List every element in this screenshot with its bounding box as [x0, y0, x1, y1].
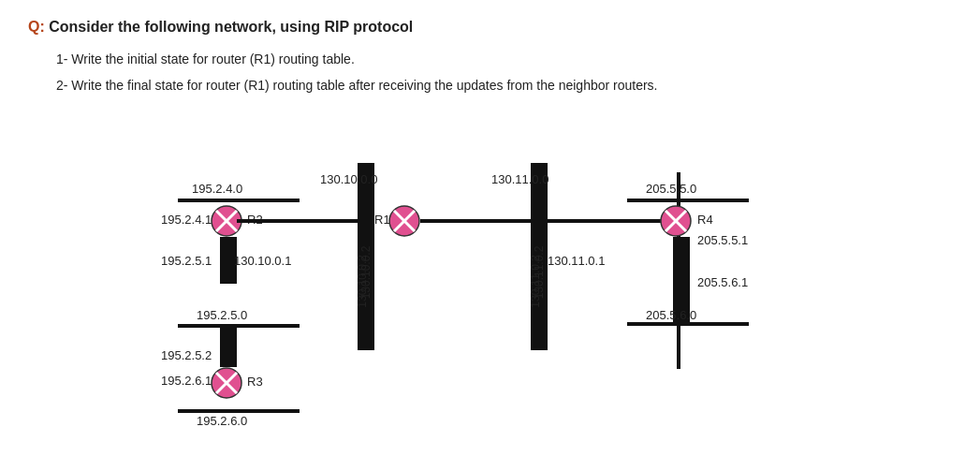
label-r3: R3 [247, 375, 263, 389]
label-195-2-4-1: 195.2.4.1 [161, 213, 212, 227]
label-130-10-0-0: 130.10.0.0 [320, 172, 377, 186]
label-195-2-4-0: 195.2.4.0 [192, 182, 242, 196]
label-130-10-0-1: 130.10.0.1 [234, 254, 291, 268]
instruction-1: 1- Write the initial state for router (R… [56, 49, 952, 71]
instructions: 1- Write the initial state for router (R… [56, 49, 952, 97]
label-205-5-6-0: 205.5.6.0 [646, 308, 696, 322]
instruction-2: 2- Write the final state for router (R1)… [56, 75, 952, 97]
q-label: Q: [28, 19, 45, 35]
router-r3 [211, 367, 242, 402]
label-130-11-0-1: 130.11.0.1 [548, 254, 605, 268]
label-195-2-6-1: 195.2.6.1 [161, 374, 212, 388]
label-r1: R1 [374, 213, 390, 227]
vert-r3-up [220, 328, 237, 367]
net-195-2-4-0-line [178, 199, 300, 202]
network-diagram: 195.2.4.0 R2 195.2.4.1 130.10.0.1 195.2.… [103, 116, 833, 416]
net-195-2-6-0-line [178, 409, 300, 413]
label-195-2-5-1: 195.2.5.1 [161, 254, 212, 268]
label-130-10-0-2-display: 130.10.0.2 [356, 255, 369, 311]
question-text: Consider the following network, using RI… [45, 19, 414, 35]
label-195-2-6-0: 195.2.6.0 [197, 414, 247, 428]
router-r4 [660, 205, 692, 240]
label-130-11-0-0: 130.11.0.0 [491, 172, 549, 186]
router-r3-icon [211, 367, 242, 399]
net-205-5-5-0-line [627, 199, 749, 202]
horiz-r1-to-rightbus [420, 219, 533, 223]
label-195-2-5-2: 195.2.5.2 [161, 348, 212, 362]
label-130-11-0-2-display: 130.11.0.2 [529, 255, 542, 311]
label-205-5-6-1: 205.5.6.1 [697, 275, 748, 289]
horiz-rightbus-to-r4 [548, 219, 679, 223]
horiz-r2-to-bus [237, 219, 358, 223]
net-205-5-6-0-line [627, 322, 749, 326]
label-205-5-5-1: 205.5.5.1 [697, 233, 748, 247]
label-195-2-5-0: 195.2.5.0 [197, 308, 247, 322]
router-r4-icon [660, 205, 692, 237]
label-205-5-5-0: 205.5.5.0 [646, 182, 696, 196]
router-r1-icon [388, 205, 420, 237]
router-r1 [388, 205, 420, 240]
net-195-2-5-0-line [178, 324, 300, 328]
label-r4: R4 [697, 213, 713, 227]
question-title: Q: Consider the following network, using… [28, 19, 952, 36]
